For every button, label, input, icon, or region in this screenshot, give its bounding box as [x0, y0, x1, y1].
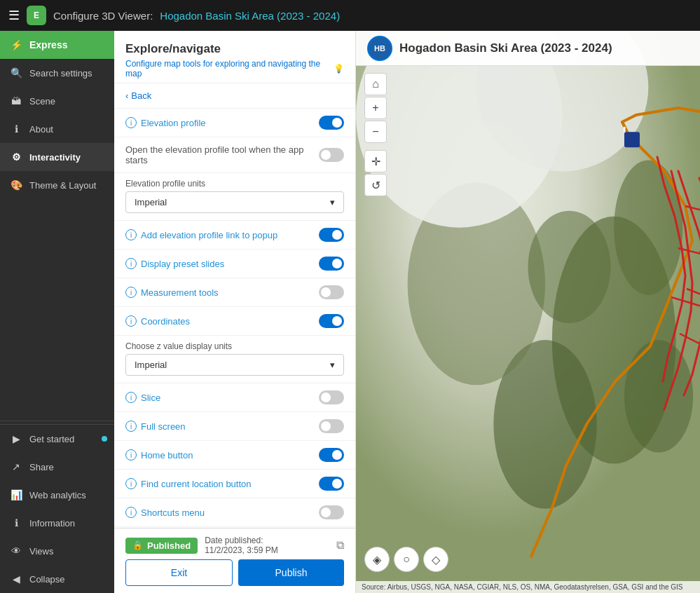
svg-rect-11: [624, 132, 640, 147]
sidebar-item-web-analytics[interactable]: 📊 Web analytics: [0, 481, 114, 509]
elevation-profile-toggle[interactable]: [319, 116, 344, 130]
main-layout: ⚡ Express 🔍 Search settings 🏔 Scene ℹ Ab…: [0, 31, 700, 593]
ctrl-spacer: [364, 144, 387, 149]
shortcuts-info-icon[interactable]: i: [125, 507, 137, 518]
theme-icon: 🎨: [10, 179, 22, 191]
home-button-toggle[interactable]: [319, 448, 344, 462]
setting-row-measurement: i Measurement tools: [114, 278, 355, 307]
find-location-toggle[interactable]: [319, 477, 344, 491]
sidebar-item-get-started[interactable]: ▶ Get started: [0, 425, 114, 453]
elevation-profile-info-icon[interactable]: i: [125, 117, 137, 128]
preset-slides-info-icon[interactable]: i: [125, 258, 137, 269]
fullscreen-info-icon[interactable]: i: [125, 421, 137, 432]
measurement-info-icon[interactable]: i: [125, 287, 137, 298]
sidebar-item-views[interactable]: 👁 Views: [0, 537, 114, 565]
lock-icon: 🔒: [132, 540, 143, 550]
home-ctrl-button[interactable]: ⌂: [364, 73, 387, 95]
config-label: Configure 3D Viewer:: [53, 10, 153, 22]
find-location-label: i Find current location button: [125, 478, 252, 489]
sidebar-section-main: 🔍 Search settings 🏔 Scene ℹ About ⚙ Inte…: [0, 59, 114, 418]
copy-icon[interactable]: ⧉: [336, 539, 344, 552]
information-icon: ℹ: [10, 517, 22, 529]
publish-status-row: 🔒 Published Date published: 11/2/2023, 3…: [125, 536, 344, 555]
find-location-info-icon[interactable]: i: [125, 478, 137, 489]
map-controls: ⌂ + − ✛ ↺: [364, 73, 387, 196]
panel-bottom: 🔒 Published Date published: 11/2/2023, 3…: [114, 528, 355, 593]
sidebar-label-information: Information: [29, 518, 75, 529]
analytics-icon: 📊: [10, 489, 22, 500]
compass-button[interactable]: ◈: [364, 547, 390, 572]
location-button[interactable]: ○: [394, 547, 419, 572]
sidebar-label-get-started: Get started: [29, 434, 74, 444]
measurement-toggle[interactable]: [319, 285, 344, 299]
sidebar-label-theme: Theme & Layout: [29, 180, 96, 191]
publish-button[interactable]: Publish: [238, 559, 344, 586]
preset-slides-toggle[interactable]: [319, 257, 344, 271]
zoom-out-button[interactable]: −: [364, 121, 387, 143]
sidebar-item-share[interactable]: ↗ Share: [0, 453, 114, 481]
elevation-units-label: Elevation profile units: [125, 179, 344, 189]
svg-point-3: [614, 160, 682, 294]
setting-row-open-elevation: Open the elevation profile tool when the…: [114, 137, 355, 173]
hamburger-icon[interactable]: ☰: [8, 8, 20, 23]
setting-row-add-elevation-link: i Add elevation profile link to popup: [114, 221, 355, 250]
back-button[interactable]: ‹ Back: [114, 83, 355, 109]
fullscreen-label: i Full screen: [125, 421, 186, 432]
open-elevation-label: Open the elevation profile tool when the…: [125, 144, 319, 165]
setting-row-elevation-profile: i Elevation profile: [114, 109, 355, 137]
preset-slides-label: i Display preset slides: [125, 258, 224, 269]
pan-button[interactable]: ✛: [364, 150, 387, 172]
slice-info-icon[interactable]: i: [125, 392, 137, 403]
elevation-units-select[interactable]: Imperial ▾: [125, 191, 344, 213]
z-value-select[interactable]: Imperial ▾: [125, 354, 344, 376]
back-chevron-icon: ‹: [125, 90, 128, 101]
svg-text:⬆: ⬆: [622, 125, 627, 133]
home-button-info-icon[interactable]: i: [125, 449, 137, 461]
sidebar-item-scene[interactable]: 🏔 Scene: [0, 87, 114, 115]
sidebar-label-collapse: Collapse: [29, 574, 65, 585]
map-panel: i ⬆ HB Hogadon Basin Ski Area (2023 - 20…: [356, 31, 700, 593]
sidebar-item-express[interactable]: ⚡ Express: [0, 31, 114, 59]
app-logo: E: [27, 6, 46, 25]
slice-toggle[interactable]: [319, 390, 344, 404]
map-bottom-controls: ◈ ○ ◇: [364, 547, 448, 572]
map-background: i ⬆: [356, 31, 700, 593]
app-title-topbar: Hogadon Basin Ski Area (2023 - 2024): [160, 10, 340, 22]
add-elevation-link-label: i Add elevation profile link to popup: [125, 229, 277, 240]
shortcuts-toggle[interactable]: [319, 505, 344, 519]
sidebar-label-analytics: Web analytics: [29, 490, 86, 500]
sidebar-item-collapse[interactable]: ◀ Collapse: [0, 565, 114, 593]
sidebar-item-about[interactable]: ℹ About: [0, 115, 114, 143]
fullscreen-toggle[interactable]: [319, 419, 344, 433]
setting-row-coordinates: i Coordinates: [114, 307, 355, 336]
add-elevation-link-toggle[interactable]: [319, 228, 344, 242]
svg-point-6: [624, 340, 693, 452]
coordinates-info-icon[interactable]: i: [125, 315, 137, 327]
measure-button[interactable]: ◇: [423, 547, 448, 572]
rotate-button[interactable]: ↺: [364, 174, 387, 196]
zoom-in-button[interactable]: +: [364, 97, 387, 119]
panel-header: Explore/navigate Configure map tools for…: [114, 31, 355, 83]
z-value-label: Choose z value display units: [125, 341, 344, 351]
sidebar-label-search: Search settings: [29, 68, 92, 79]
setting-row-slice: i Slice: [114, 383, 355, 412]
dropdown-chevron-icon: ▾: [330, 197, 335, 207]
panel-subtitle: Configure map tools for exploring and na…: [125, 59, 344, 79]
open-elevation-toggle[interactable]: [319, 148, 344, 162]
sidebar-item-search-settings[interactable]: 🔍 Search settings: [0, 59, 114, 87]
share-icon: ↗: [10, 461, 22, 472]
lightbulb-icon: 💡: [334, 64, 344, 74]
setting-row-fullscreen: i Full screen: [114, 412, 355, 441]
coordinates-label: i Coordinates: [125, 315, 190, 327]
sidebar-label-share: Share: [29, 462, 54, 472]
sidebar-label-scene: Scene: [29, 96, 55, 107]
coordinates-toggle[interactable]: [319, 314, 344, 328]
exit-button[interactable]: Exit: [125, 559, 233, 586]
sidebar-item-interactivity[interactable]: ⚙ Interactivity: [0, 143, 114, 171]
sidebar-item-theme-layout[interactable]: 🎨 Theme & Layout: [0, 171, 114, 199]
setting-row-shortcuts: i Shortcuts menu: [114, 498, 355, 527]
add-elevation-info-icon[interactable]: i: [125, 229, 137, 240]
sidebar-label-views: Views: [29, 546, 53, 557]
sidebar-section-bottom: ▶ Get started ↗ Share 📊 Web analytics ℹ …: [0, 424, 114, 593]
sidebar-item-information[interactable]: ℹ Information: [0, 509, 114, 537]
